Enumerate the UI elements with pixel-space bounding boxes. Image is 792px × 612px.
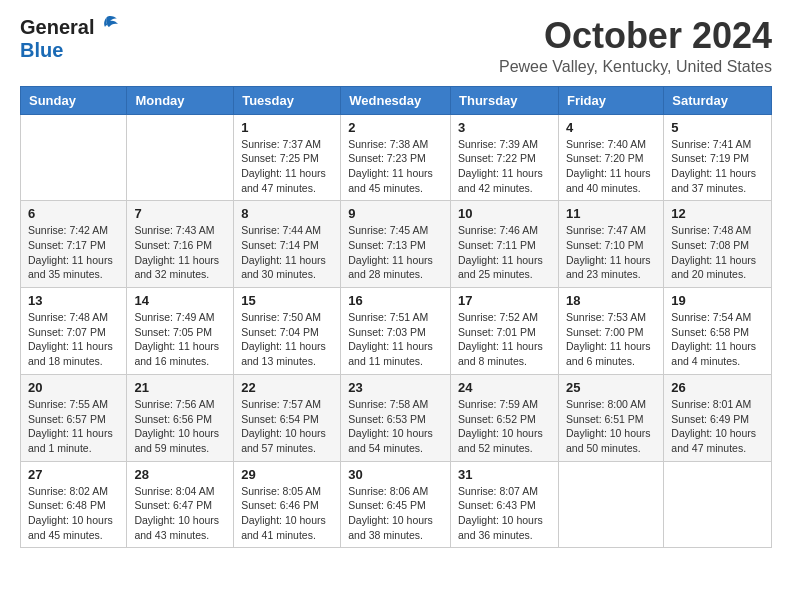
table-row: 22Sunrise: 7:57 AM Sunset: 6:54 PM Dayli… — [234, 374, 341, 461]
table-row — [127, 114, 234, 201]
day-number: 17 — [458, 293, 551, 308]
day-info: Sunrise: 7:50 AM Sunset: 7:04 PM Dayligh… — [241, 310, 333, 369]
day-info: Sunrise: 7:38 AM Sunset: 7:23 PM Dayligh… — [348, 137, 443, 196]
day-info: Sunrise: 7:56 AM Sunset: 6:56 PM Dayligh… — [134, 397, 226, 456]
title-block: October 2024 Pewee Valley, Kentucky, Uni… — [499, 16, 772, 76]
day-number: 18 — [566, 293, 656, 308]
table-row — [664, 461, 772, 548]
day-info: Sunrise: 7:58 AM Sunset: 6:53 PM Dayligh… — [348, 397, 443, 456]
header-wednesday: Wednesday — [341, 86, 451, 114]
header: General Blue October 2024 Pewee Valley, … — [20, 16, 772, 76]
calendar-week-row: 6Sunrise: 7:42 AM Sunset: 7:17 PM Daylig… — [21, 201, 772, 288]
table-row: 2Sunrise: 7:38 AM Sunset: 7:23 PM Daylig… — [341, 114, 451, 201]
page: General Blue October 2024 Pewee Valley, … — [0, 0, 792, 564]
table-row: 7Sunrise: 7:43 AM Sunset: 7:16 PM Daylig… — [127, 201, 234, 288]
day-number: 2 — [348, 120, 443, 135]
table-row: 1Sunrise: 7:37 AM Sunset: 7:25 PM Daylig… — [234, 114, 341, 201]
table-row: 19Sunrise: 7:54 AM Sunset: 6:58 PM Dayli… — [664, 288, 772, 375]
table-row: 25Sunrise: 8:00 AM Sunset: 6:51 PM Dayli… — [558, 374, 663, 461]
day-number: 10 — [458, 206, 551, 221]
table-row: 14Sunrise: 7:49 AM Sunset: 7:05 PM Dayli… — [127, 288, 234, 375]
day-number: 26 — [671, 380, 764, 395]
day-number: 23 — [348, 380, 443, 395]
day-number: 1 — [241, 120, 333, 135]
table-row: 5Sunrise: 7:41 AM Sunset: 7:19 PM Daylig… — [664, 114, 772, 201]
day-number: 29 — [241, 467, 333, 482]
logo-bird-icon — [97, 15, 119, 37]
day-number: 12 — [671, 206, 764, 221]
table-row: 11Sunrise: 7:47 AM Sunset: 7:10 PM Dayli… — [558, 201, 663, 288]
day-number: 5 — [671, 120, 764, 135]
day-info: Sunrise: 7:47 AM Sunset: 7:10 PM Dayligh… — [566, 223, 656, 282]
day-number: 28 — [134, 467, 226, 482]
table-row: 29Sunrise: 8:05 AM Sunset: 6:46 PM Dayli… — [234, 461, 341, 548]
table-row — [21, 114, 127, 201]
day-info: Sunrise: 7:37 AM Sunset: 7:25 PM Dayligh… — [241, 137, 333, 196]
table-row: 26Sunrise: 8:01 AM Sunset: 6:49 PM Dayli… — [664, 374, 772, 461]
table-row: 3Sunrise: 7:39 AM Sunset: 7:22 PM Daylig… — [451, 114, 559, 201]
table-row: 9Sunrise: 7:45 AM Sunset: 7:13 PM Daylig… — [341, 201, 451, 288]
day-number: 19 — [671, 293, 764, 308]
table-row: 13Sunrise: 7:48 AM Sunset: 7:07 PM Dayli… — [21, 288, 127, 375]
header-thursday: Thursday — [451, 86, 559, 114]
table-row — [558, 461, 663, 548]
day-info: Sunrise: 7:59 AM Sunset: 6:52 PM Dayligh… — [458, 397, 551, 456]
day-number: 31 — [458, 467, 551, 482]
calendar-week-row: 1Sunrise: 7:37 AM Sunset: 7:25 PM Daylig… — [21, 114, 772, 201]
day-info: Sunrise: 8:01 AM Sunset: 6:49 PM Dayligh… — [671, 397, 764, 456]
table-row: 21Sunrise: 7:56 AM Sunset: 6:56 PM Dayli… — [127, 374, 234, 461]
table-row: 24Sunrise: 7:59 AM Sunset: 6:52 PM Dayli… — [451, 374, 559, 461]
day-info: Sunrise: 7:39 AM Sunset: 7:22 PM Dayligh… — [458, 137, 551, 196]
day-number: 20 — [28, 380, 119, 395]
day-number: 27 — [28, 467, 119, 482]
day-info: Sunrise: 8:05 AM Sunset: 6:46 PM Dayligh… — [241, 484, 333, 543]
day-number: 16 — [348, 293, 443, 308]
calendar-week-row: 27Sunrise: 8:02 AM Sunset: 6:48 PM Dayli… — [21, 461, 772, 548]
day-info: Sunrise: 8:00 AM Sunset: 6:51 PM Dayligh… — [566, 397, 656, 456]
table-row: 28Sunrise: 8:04 AM Sunset: 6:47 PM Dayli… — [127, 461, 234, 548]
header-saturday: Saturday — [664, 86, 772, 114]
day-info: Sunrise: 7:45 AM Sunset: 7:13 PM Dayligh… — [348, 223, 443, 282]
day-info: Sunrise: 7:51 AM Sunset: 7:03 PM Dayligh… — [348, 310, 443, 369]
day-info: Sunrise: 8:07 AM Sunset: 6:43 PM Dayligh… — [458, 484, 551, 543]
day-info: Sunrise: 8:02 AM Sunset: 6:48 PM Dayligh… — [28, 484, 119, 543]
day-info: Sunrise: 7:48 AM Sunset: 7:07 PM Dayligh… — [28, 310, 119, 369]
day-info: Sunrise: 7:49 AM Sunset: 7:05 PM Dayligh… — [134, 310, 226, 369]
header-friday: Friday — [558, 86, 663, 114]
page-subtitle: Pewee Valley, Kentucky, United States — [499, 58, 772, 76]
day-info: Sunrise: 7:41 AM Sunset: 7:19 PM Dayligh… — [671, 137, 764, 196]
day-info: Sunrise: 7:46 AM Sunset: 7:11 PM Dayligh… — [458, 223, 551, 282]
day-info: Sunrise: 7:54 AM Sunset: 6:58 PM Dayligh… — [671, 310, 764, 369]
day-info: Sunrise: 7:42 AM Sunset: 7:17 PM Dayligh… — [28, 223, 119, 282]
day-info: Sunrise: 7:43 AM Sunset: 7:16 PM Dayligh… — [134, 223, 226, 282]
table-row: 12Sunrise: 7:48 AM Sunset: 7:08 PM Dayli… — [664, 201, 772, 288]
day-info: Sunrise: 8:04 AM Sunset: 6:47 PM Dayligh… — [134, 484, 226, 543]
table-row: 18Sunrise: 7:53 AM Sunset: 7:00 PM Dayli… — [558, 288, 663, 375]
table-row: 8Sunrise: 7:44 AM Sunset: 7:14 PM Daylig… — [234, 201, 341, 288]
calendar-table: Sunday Monday Tuesday Wednesday Thursday… — [20, 86, 772, 549]
day-info: Sunrise: 7:48 AM Sunset: 7:08 PM Dayligh… — [671, 223, 764, 282]
table-row: 31Sunrise: 8:07 AM Sunset: 6:43 PM Dayli… — [451, 461, 559, 548]
day-number: 4 — [566, 120, 656, 135]
table-row: 20Sunrise: 7:55 AM Sunset: 6:57 PM Dayli… — [21, 374, 127, 461]
day-number: 21 — [134, 380, 226, 395]
day-number: 22 — [241, 380, 333, 395]
day-info: Sunrise: 7:53 AM Sunset: 7:00 PM Dayligh… — [566, 310, 656, 369]
table-row: 4Sunrise: 7:40 AM Sunset: 7:20 PM Daylig… — [558, 114, 663, 201]
calendar-week-row: 20Sunrise: 7:55 AM Sunset: 6:57 PM Dayli… — [21, 374, 772, 461]
day-number: 30 — [348, 467, 443, 482]
day-number: 9 — [348, 206, 443, 221]
day-number: 14 — [134, 293, 226, 308]
table-row: 23Sunrise: 7:58 AM Sunset: 6:53 PM Dayli… — [341, 374, 451, 461]
logo-blue-text: Blue — [20, 39, 63, 62]
table-row: 16Sunrise: 7:51 AM Sunset: 7:03 PM Dayli… — [341, 288, 451, 375]
day-info: Sunrise: 7:57 AM Sunset: 6:54 PM Dayligh… — [241, 397, 333, 456]
header-monday: Monday — [127, 86, 234, 114]
day-number: 6 — [28, 206, 119, 221]
day-info: Sunrise: 7:55 AM Sunset: 6:57 PM Dayligh… — [28, 397, 119, 456]
day-number: 7 — [134, 206, 226, 221]
day-info: Sunrise: 7:44 AM Sunset: 7:14 PM Dayligh… — [241, 223, 333, 282]
logo: General Blue — [20, 16, 119, 62]
day-number: 11 — [566, 206, 656, 221]
day-number: 24 — [458, 380, 551, 395]
